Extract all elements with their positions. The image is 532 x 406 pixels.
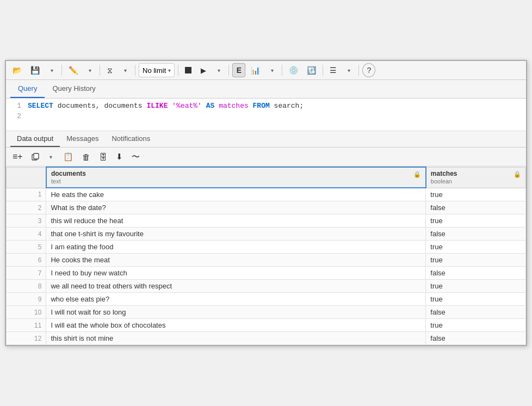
table-body: 1He eats the caketrue2What is the date?f… bbox=[7, 188, 526, 345]
documents-cell[interactable]: What is the date? bbox=[46, 201, 426, 214]
data-output-tabs: Data output Messages Notifications bbox=[6, 131, 526, 147]
download-button[interactable]: ⬇ bbox=[113, 150, 126, 164]
separator-7 bbox=[323, 65, 323, 76]
matches-cell[interactable]: false bbox=[426, 201, 526, 214]
documents-cell[interactable]: I will eat the whole box of chocolates bbox=[46, 319, 426, 332]
row-number-cell: 10 bbox=[7, 306, 46, 319]
row-number-cell: 9 bbox=[7, 293, 46, 306]
row-number-cell: 8 bbox=[7, 280, 46, 293]
save-icon: 💾 bbox=[30, 66, 40, 75]
tab-query-history[interactable]: Query History bbox=[45, 80, 103, 98]
tab-messages[interactable]: Messages bbox=[60, 131, 105, 147]
tab-notifications[interactable]: Notifications bbox=[105, 131, 157, 147]
line-number-2: 2 bbox=[6, 112, 28, 120]
chevron-down-icon-4: ▾ bbox=[218, 67, 220, 73]
table-row[interactable]: 8we all need to treat others with respec… bbox=[7, 280, 526, 293]
keyword-ilike: ILIKE bbox=[146, 102, 168, 110]
matches-cell[interactable]: true bbox=[426, 293, 526, 306]
folder-icon: 📂 bbox=[13, 66, 22, 75]
stop-button[interactable] bbox=[182, 63, 195, 77]
table-row[interactable]: 12this shirt is not minefalse bbox=[7, 332, 526, 345]
table-row[interactable]: 1He eats the caketrue bbox=[7, 188, 526, 201]
limit-label: No limit bbox=[143, 66, 166, 75]
tab-query[interactable]: Query bbox=[10, 80, 45, 98]
documents-cell[interactable]: He cooks the meat bbox=[46, 254, 426, 267]
table-row[interactable]: 3this wil reduce the heattrue bbox=[7, 214, 526, 227]
table-row[interactable]: 5I am eating the foodtrue bbox=[7, 241, 526, 254]
chart-button[interactable]: 📊 bbox=[248, 63, 263, 77]
documents-cell[interactable]: we all need to treat others with respect bbox=[46, 280, 426, 293]
copy-dropdown-button[interactable]: ▾ bbox=[45, 150, 58, 164]
explain-button[interactable]: E bbox=[232, 63, 245, 77]
tab-data-output[interactable]: Data output bbox=[10, 131, 60, 147]
matches-cell[interactable]: false bbox=[426, 227, 526, 241]
matches-cell[interactable]: true bbox=[426, 254, 526, 267]
graph-button[interactable]: 〜 bbox=[128, 150, 143, 164]
copy-button[interactable] bbox=[28, 150, 42, 164]
open-file-button[interactable]: 📂 bbox=[9, 63, 25, 77]
matches-cell[interactable]: false bbox=[426, 267, 526, 280]
execute-button[interactable]: ▶ bbox=[197, 63, 210, 77]
table-row[interactable]: 11I will eat the whole box of chocolates… bbox=[7, 319, 526, 332]
execute-dropdown-button[interactable]: ▾ bbox=[212, 63, 225, 77]
documents-cell[interactable]: I need to buy new watch bbox=[46, 267, 426, 280]
row-number-cell: 11 bbox=[7, 319, 46, 332]
table-row[interactable]: 6He cooks the meattrue bbox=[7, 254, 526, 267]
add-row-button[interactable]: ≡+ bbox=[9, 150, 26, 164]
string-literal: '%eat%' bbox=[172, 102, 202, 110]
filter-data-button[interactable]: 🗄 bbox=[96, 150, 110, 164]
matches-cell[interactable]: true bbox=[426, 214, 526, 227]
code-editor[interactable]: 1 SELECT documents, documents ILIKE '%ea… bbox=[6, 99, 526, 131]
documents-cell[interactable]: who else eats pie? bbox=[46, 293, 426, 306]
matches-cell[interactable]: true bbox=[426, 188, 526, 201]
chevron-down-icon-2: ▾ bbox=[89, 67, 91, 73]
documents-cell[interactable]: this wil reduce the heat bbox=[46, 214, 426, 227]
table-row[interactable]: 9who else eats pie?true bbox=[7, 293, 526, 306]
documents-cell[interactable]: that one t-shirt is my favourite bbox=[46, 227, 426, 241]
table-row[interactable]: 7I need to buy new watchfalse bbox=[7, 267, 526, 280]
table-row[interactable]: 10I will not wait for so longfalse bbox=[7, 306, 526, 319]
table-row[interactable]: 4that one t-shirt is my favouritefalse bbox=[7, 227, 526, 241]
column-name-documents: documents bbox=[51, 170, 86, 177]
save-button[interactable]: 💾 bbox=[27, 63, 43, 77]
help-button[interactable]: ? bbox=[362, 63, 375, 77]
macro-dropdown-button[interactable]: ▾ bbox=[342, 63, 355, 77]
delete-row-button[interactable]: 🗑 bbox=[79, 150, 94, 164]
matches-cell[interactable]: true bbox=[426, 319, 526, 332]
column-type-documents: text bbox=[51, 178, 61, 184]
matches-cell[interactable]: false bbox=[426, 306, 526, 319]
paste-button[interactable]: 📋 bbox=[60, 150, 77, 164]
row-number-cell: 7 bbox=[7, 267, 46, 280]
chevron-down-icon-3: ▾ bbox=[124, 67, 127, 73]
documents-cell[interactable]: I will not wait for so long bbox=[46, 306, 426, 319]
limit-dropdown[interactable]: No limit ▾ bbox=[139, 63, 175, 77]
copy-chevron-icon: ▾ bbox=[50, 154, 52, 160]
save-dropdown-button[interactable]: ▾ bbox=[45, 63, 58, 77]
chart-dropdown-button[interactable]: ▾ bbox=[265, 63, 279, 77]
data-toolbar: ≡+ ▾ 📋 🗑 🗄 ⬇ 〜 bbox=[6, 147, 526, 167]
table-row[interactable]: 2What is the date?false bbox=[7, 201, 526, 214]
documents-cell[interactable]: this shirt is not mine bbox=[46, 332, 426, 345]
data-table: documents 🔒 text matches 🔒 boolean 1He e… bbox=[6, 167, 526, 345]
pen-icon: ✏️ bbox=[69, 66, 78, 75]
matches-cell[interactable]: true bbox=[426, 280, 526, 293]
commit-button[interactable]: 💿 bbox=[286, 63, 301, 77]
matches-cell[interactable]: false bbox=[426, 332, 526, 345]
row-number-cell: 12 bbox=[7, 332, 46, 345]
matches-cell[interactable]: true bbox=[426, 241, 526, 254]
separator-3 bbox=[135, 65, 135, 76]
row-number-cell: 4 bbox=[7, 227, 46, 241]
macro-button[interactable]: ☰ bbox=[326, 63, 340, 77]
column-header-matches[interactable]: matches 🔒 boolean bbox=[426, 167, 526, 188]
keyword-select: SELECT bbox=[28, 102, 53, 110]
edit-dropdown-button[interactable]: ▾ bbox=[83, 63, 96, 77]
keyword-from: FROM bbox=[253, 102, 270, 110]
rollback-button[interactable]: 🔃 bbox=[304, 63, 319, 77]
filter-dropdown-button[interactable]: ▾ bbox=[119, 63, 132, 77]
separator-5 bbox=[228, 65, 229, 76]
filter-button[interactable]: ⧖ bbox=[103, 63, 116, 77]
column-header-documents[interactable]: documents 🔒 text bbox=[46, 167, 426, 188]
documents-cell[interactable]: He eats the cake bbox=[46, 188, 426, 201]
edit-button[interactable]: ✏️ bbox=[65, 63, 81, 77]
documents-cell[interactable]: I am eating the food bbox=[46, 241, 426, 254]
